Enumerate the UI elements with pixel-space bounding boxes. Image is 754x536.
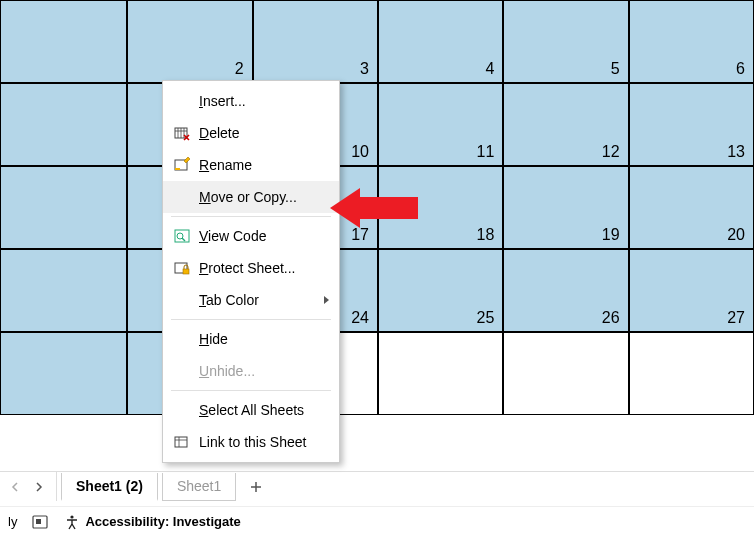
grid-cell[interactable]: 12 <box>503 83 628 166</box>
view-code-icon <box>171 228 193 244</box>
grid-cell[interactable]: 20 <box>629 166 754 249</box>
menu-label: Rename <box>193 157 329 173</box>
sheet-context-menu: Insert...DeleteRenameMove or Copy...View… <box>162 80 340 463</box>
grid-cell[interactable]: 27 <box>629 249 754 332</box>
menu-label: Delete <box>193 125 329 141</box>
grid-cell[interactable] <box>378 332 503 415</box>
grid-cell[interactable]: 26 <box>503 249 628 332</box>
status-macro[interactable] <box>31 513 49 531</box>
status-text: ly <box>8 514 17 529</box>
menu-item-protect-sheet[interactable]: Protect Sheet... <box>163 252 339 284</box>
menu-label: Protect Sheet... <box>193 260 329 276</box>
tab-next-button[interactable] <box>30 478 48 496</box>
tab-nav <box>6 472 57 501</box>
menu-label: Select All Sheets <box>193 402 329 418</box>
svg-rect-2 <box>175 168 180 170</box>
sheet-tabs-bar: Sheet1 (2) Sheet1 <box>0 471 754 501</box>
delete-sheet-icon <box>171 125 193 141</box>
svg-rect-9 <box>36 519 41 524</box>
tab-prev-button[interactable] <box>6 478 24 496</box>
menu-item-move-copy[interactable]: Move or Copy... <box>163 181 339 213</box>
grid-cell[interactable] <box>0 249 127 332</box>
accessibility-text: Accessibility: Investigate <box>85 514 240 529</box>
menu-item-unhide: Unhide... <box>163 355 339 387</box>
status-ready: ly <box>8 514 17 529</box>
grid-cell[interactable] <box>0 0 127 83</box>
menu-label: Insert... <box>193 93 329 109</box>
menu-label: Link to this Sheet <box>193 434 329 450</box>
link-sheet-icon <box>171 434 193 450</box>
menu-label: Unhide... <box>193 363 329 379</box>
grid-cell[interactable]: 5 <box>503 0 628 83</box>
menu-item-delete[interactable]: Delete <box>163 117 339 149</box>
menu-separator <box>171 319 331 320</box>
sheet-tab-label: Sheet1 (2) <box>76 478 143 494</box>
status-bar: ly Accessibility: Investigate <box>0 506 754 536</box>
menu-label: View Code <box>193 228 329 244</box>
grid-cell[interactable]: 19 <box>503 166 628 249</box>
protect-sheet-icon <box>171 260 193 276</box>
add-sheet-button[interactable] <box>242 480 270 494</box>
grid-cell[interactable] <box>503 332 628 415</box>
grid-cell[interactable]: 25 <box>378 249 503 332</box>
menu-item-select-all-sheets[interactable]: Select All Sheets <box>163 394 339 426</box>
svg-point-10 <box>71 515 74 518</box>
rename-icon <box>171 157 193 173</box>
status-accessibility[interactable]: Accessibility: Investigate <box>63 513 240 531</box>
sheet-tab-active[interactable]: Sheet1 (2) <box>61 473 158 501</box>
grid-cell[interactable]: 11 <box>378 83 503 166</box>
menu-label: Hide <box>193 331 329 347</box>
grid-cell[interactable]: 4 <box>378 0 503 83</box>
grid-cell[interactable]: 6 <box>629 0 754 83</box>
menu-separator <box>171 216 331 217</box>
grid-cell[interactable] <box>0 83 127 166</box>
chevron-right-icon <box>324 296 329 304</box>
svg-rect-7 <box>175 437 187 447</box>
grid-cell[interactable]: 2 <box>127 0 252 83</box>
grid-cell[interactable]: 13 <box>629 83 754 166</box>
macro-record-icon <box>31 513 49 531</box>
menu-item-tab-color[interactable]: Tab Color <box>163 284 339 316</box>
menu-label: Tab Color <box>193 292 324 308</box>
accessibility-icon <box>63 513 81 531</box>
menu-item-rename[interactable]: Rename <box>163 149 339 181</box>
menu-item-hide[interactable]: Hide <box>163 323 339 355</box>
grid-cell[interactable] <box>0 332 127 415</box>
menu-item-insert[interactable]: Insert... <box>163 85 339 117</box>
grid-cell[interactable]: 3 <box>253 0 378 83</box>
menu-item-link-to-sheet[interactable]: Link to this Sheet <box>163 426 339 458</box>
sheet-tab-label: Sheet1 <box>177 478 221 494</box>
menu-separator <box>171 390 331 391</box>
menu-label: Move or Copy... <box>193 189 329 205</box>
callout-arrow <box>330 188 418 228</box>
menu-item-view-code[interactable]: View Code <box>163 220 339 252</box>
grid-cell[interactable] <box>629 332 754 415</box>
svg-rect-6 <box>183 269 189 274</box>
grid-cell[interactable] <box>0 166 127 249</box>
sheet-tab[interactable]: Sheet1 <box>162 473 236 501</box>
